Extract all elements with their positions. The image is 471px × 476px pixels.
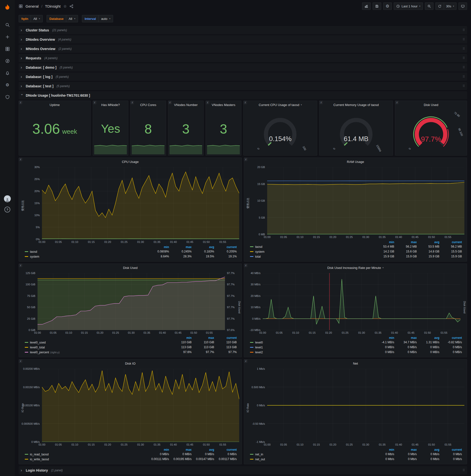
series-color-swatch[interactable]: [250, 256, 253, 257]
row-cluster-status[interactable]: › Cluster Status (21 panels) ⠿: [19, 26, 467, 34]
drag-handle-icon[interactable]: ⠿: [462, 47, 465, 51]
legend-column-header[interactable]: current: [216, 336, 238, 340]
series-name[interactable]: net_out: [255, 458, 265, 461]
legend-column-header[interactable]: max: [193, 336, 216, 340]
legend-column-header[interactable]: max: [396, 448, 418, 452]
plot-area[interactable]: [267, 167, 464, 234]
configuration-gear-icon[interactable]: ⚙: [5, 82, 10, 88]
panel-header[interactable]: Disk Used: [395, 101, 467, 109]
panel-info-icon[interactable]: i: [19, 158, 22, 161]
drag-handle-icon[interactable]: ⠿: [462, 468, 465, 472]
legend-column-header[interactable]: min: [373, 336, 396, 340]
grafana-logo[interactable]: [3, 3, 12, 12]
series-name[interactable]: level2: [255, 351, 263, 354]
refresh-button[interactable]: [436, 2, 444, 10]
panel-header[interactable]: Uptime: [19, 101, 90, 109]
series-name[interactable]: io_read_taosd: [30, 453, 49, 456]
legend-column-header[interactable]: max: [396, 336, 418, 340]
series-color-swatch[interactable]: [250, 454, 253, 455]
panel-info-icon[interactable]: i: [168, 101, 172, 104]
series-color-swatch[interactable]: [25, 347, 28, 348]
series-color-swatch[interactable]: [250, 246, 253, 247]
series-name[interactable]: level1: [255, 346, 263, 349]
legend-column-header[interactable]: max: [170, 448, 193, 452]
series-color-swatch[interactable]: [25, 251, 28, 252]
save-dashboard-button[interactable]: [373, 2, 381, 10]
panel-info-icon[interactable]: i: [19, 359, 22, 363]
row-database-demo[interactable]: › Database: [ demo ] (5 panels) ⠿: [19, 63, 467, 71]
series-color-swatch[interactable]: [250, 352, 253, 353]
row-dnodes-overview[interactable]: › DNodes Overview (4 panels) ⠿: [19, 35, 467, 43]
panel-header[interactable]: Disk Used: [19, 264, 242, 272]
plot-area[interactable]: [37, 273, 225, 330]
legend-column-header[interactable]: current: [216, 448, 238, 452]
panel-info-icon[interactable]: i: [244, 158, 248, 161]
legend-column-header[interactable]: current: [216, 245, 238, 249]
legend-column-header[interactable]: current: [441, 336, 463, 340]
series-color-swatch[interactable]: [25, 256, 28, 257]
series-name[interactable]: system: [255, 250, 265, 254]
drag-handle-icon[interactable]: ⠿: [462, 75, 465, 79]
panel-header[interactable]: CPU Usage: [19, 158, 242, 166]
panel-info-icon[interactable]: i: [93, 101, 96, 104]
explore-compass-icon[interactable]: [5, 58, 10, 64]
panel-info-icon[interactable]: i: [131, 101, 134, 104]
series-color-swatch[interactable]: [25, 459, 28, 459]
panel-info-icon[interactable]: i: [19, 101, 22, 104]
row-mnodes-overview[interactable]: › MNodes Overview (2 panels) ⠿: [19, 45, 467, 53]
legend-column-header[interactable]: max: [396, 240, 418, 244]
series-color-swatch[interactable]: [250, 459, 253, 459]
series-color-swatch[interactable]: [250, 347, 253, 348]
panel-info-icon[interactable]: i: [244, 101, 247, 104]
refresh-interval-picker[interactable]: 30s▾: [444, 2, 457, 10]
panel-info-icon[interactable]: i: [395, 101, 399, 104]
add-panel-button[interactable]: [362, 2, 371, 10]
row-database-log[interactable]: › Database: [ log ] (5 panels) ⠿: [19, 73, 467, 81]
legend-column-header[interactable]: current: [441, 240, 463, 244]
series-name[interactable]: taosd: [30, 250, 37, 254]
series-name[interactable]: net_in: [255, 453, 263, 456]
variable-interval[interactable]: Interval auto▾: [82, 15, 113, 22]
legend-column-header[interactable]: min: [373, 448, 396, 452]
series-name[interactable]: level0_total: [30, 346, 45, 349]
row-dnode-usage[interactable]: › DNode Usage [ huolinhe-TM1701:6030 ]: [19, 91, 467, 99]
legend-column-header[interactable]: avg: [193, 245, 216, 249]
legend-column-header[interactable]: avg: [193, 448, 216, 452]
legend-column-header[interactable]: min: [170, 336, 193, 340]
create-plus-icon[interactable]: [5, 34, 10, 39]
row-requests[interactable]: › Requests (4 panels) ⠿: [19, 54, 467, 62]
legend-column-header[interactable]: min: [148, 448, 170, 452]
plot-area[interactable]: [42, 167, 239, 239]
panel-header[interactable]: Current CPU Usage of taosd▾: [244, 101, 317, 109]
panel-header[interactable]: VNodes Number: [168, 101, 204, 109]
time-range-picker[interactable]: Last 1 hour ▾: [394, 2, 423, 10]
drag-handle-icon[interactable]: ⠿: [462, 56, 465, 60]
drag-handle-icon[interactable]: ⠿: [462, 66, 465, 69]
plot-area[interactable]: [263, 273, 460, 330]
panel-header[interactable]: Disk Used Increasing Rate per Minute▾: [244, 264, 467, 272]
panel-info-icon[interactable]: i: [19, 264, 22, 267]
series-name[interactable]: io_write_taosd: [30, 458, 49, 461]
drag-handle-icon[interactable]: ⠿: [462, 28, 465, 32]
star-icon[interactable]: ☆: [63, 4, 67, 9]
legend-column-header[interactable]: min: [148, 245, 170, 249]
dashboard-settings-button[interactable]: ⚙: [383, 2, 392, 10]
plot-area[interactable]: [267, 369, 464, 442]
panel-header[interactable]: CPU Cores: [131, 101, 166, 109]
chevron-down-icon[interactable]: ▾: [301, 103, 302, 106]
panel-header[interactable]: VNodes Masters: [206, 101, 241, 109]
series-color-swatch[interactable]: [250, 251, 253, 252]
panel-info-icon[interactable]: i: [244, 264, 248, 267]
legend-column-header[interactable]: avg: [418, 336, 441, 340]
panel-header[interactable]: RAM Usage: [244, 158, 467, 166]
zoom-out-button[interactable]: [425, 2, 434, 10]
panel-header[interactable]: Disk IO: [19, 359, 242, 367]
panel-info-icon[interactable]: i: [206, 101, 209, 104]
legend-column-header[interactable]: min: [373, 240, 396, 244]
help-icon[interactable]: ?: [4, 207, 10, 212]
panel-header[interactable]: Current Memory Usage of taosd: [320, 101, 393, 109]
drag-handle-icon[interactable]: ⠿: [462, 37, 465, 41]
row-login-history[interactable]: › Login History (1 panel) ⠿: [19, 466, 467, 474]
legend-column-header[interactable]: avg: [418, 448, 441, 452]
series-name[interactable]: level0_percent: [30, 351, 49, 354]
